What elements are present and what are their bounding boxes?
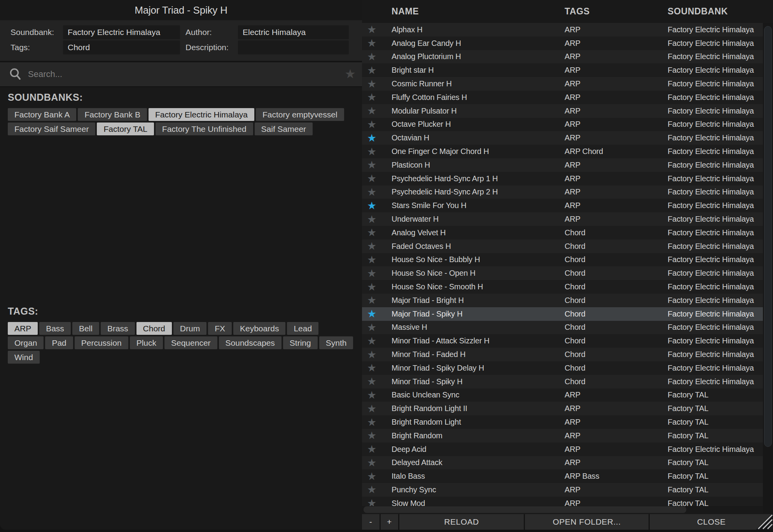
favorite-star-icon[interactable]: ★ bbox=[367, 227, 376, 238]
preset-row[interactable]: ★ Fluffy Cotton Fairies H ARP Factory El… bbox=[362, 91, 763, 104]
vertical-scrollbar-thumb[interactable] bbox=[764, 26, 772, 447]
favorite-star-icon[interactable]: ★ bbox=[367, 322, 376, 333]
preset-row[interactable]: ★ Minor Triad - Attack Sizzler H Chord F… bbox=[362, 334, 763, 348]
preset-row[interactable]: ★ Plasticon H ARP Factory Electric Himal… bbox=[362, 158, 763, 172]
soundbank-filter-button[interactable]: Factory TAL bbox=[97, 122, 154, 135]
tag-filter-button[interactable]: Percussion bbox=[75, 336, 128, 349]
preset-row[interactable]: ★ Minor Triad - Faded H Chord Factory El… bbox=[362, 348, 763, 361]
tag-filter-button[interactable]: Keyboards bbox=[233, 322, 285, 335]
favorite-star-icon[interactable]: ★ bbox=[367, 294, 376, 306]
preset-row[interactable]: ★ Bright Random Light II ARP Factory TAL bbox=[362, 402, 763, 415]
favorite-star-icon[interactable]: ★ bbox=[367, 132, 376, 144]
description-field[interactable] bbox=[238, 40, 349, 54]
preset-row[interactable]: ★ Major Triad - Spiky H Chord Factory El… bbox=[362, 307, 763, 321]
tag-filter-button[interactable]: Synth bbox=[319, 336, 353, 349]
preset-row[interactable]: ★ Massive H Chord Factory Electric Himal… bbox=[362, 321, 763, 334]
tag-filter-button[interactable]: Drum bbox=[173, 322, 206, 335]
favorite-star-icon[interactable]: ★ bbox=[367, 389, 376, 401]
tag-filter-button[interactable]: Lead bbox=[287, 322, 318, 335]
preset-row[interactable]: ★ Analog Velvet H Chord Factory Electric… bbox=[362, 226, 763, 240]
preset-row[interactable]: ★ House So Nice - Bubbly H Chord Factory… bbox=[362, 253, 763, 267]
favorite-star-icon[interactable]: ★ bbox=[367, 254, 376, 266]
tag-filter-button[interactable]: String bbox=[283, 336, 318, 349]
preset-row[interactable]: ★ Alphax H ARP Factory Electric Himalaya bbox=[362, 23, 763, 37]
resize-handle-icon[interactable] bbox=[753, 513, 773, 530]
tag-filter-button[interactable]: Pluck bbox=[130, 336, 163, 349]
soundbank-filter-button[interactable]: Factory Saif Sameer bbox=[8, 122, 95, 135]
preset-row[interactable]: ★ Octave Plucker H ARP Factory Electric … bbox=[362, 118, 763, 131]
tag-filter-button[interactable]: Wind bbox=[8, 351, 40, 364]
favorites-filter-star-icon[interactable]: ★ bbox=[345, 62, 356, 86]
preset-row[interactable]: ★ Bright star H ARP Factory Electric Him… bbox=[362, 63, 763, 77]
tag-filter-button[interactable]: Sequencer bbox=[164, 336, 217, 349]
preset-row[interactable]: ★ Major Triad - Bright H Chord Factory E… bbox=[362, 294, 763, 307]
soundbank-filter-button[interactable]: Factory emptyvessel bbox=[256, 108, 344, 121]
preset-row[interactable]: ★ Deep Acid ARP Factory Electric Himalay… bbox=[362, 443, 763, 456]
tags-field[interactable]: Chord bbox=[63, 40, 180, 54]
preset-row[interactable]: ★ Bright Random Light ARP Factory TAL bbox=[362, 415, 763, 429]
favorite-star-icon[interactable]: ★ bbox=[367, 105, 376, 117]
favorite-star-icon[interactable]: ★ bbox=[367, 443, 376, 455]
preset-row[interactable]: ★ Punchy Sync ARP Factory TAL bbox=[362, 483, 763, 497]
tag-filter-button[interactable]: Chord bbox=[136, 322, 172, 335]
favorite-star-icon[interactable]: ★ bbox=[367, 308, 376, 320]
favorite-star-icon[interactable]: ★ bbox=[367, 416, 376, 428]
preset-row[interactable]: ★ Analog Pluctorium H ARP Factory Electr… bbox=[362, 50, 763, 64]
preset-row[interactable]: ★ Modular Pulsator H ARP Factory Electri… bbox=[362, 104, 763, 118]
preset-row[interactable]: ★ Bright Random ARP Factory TAL bbox=[362, 429, 763, 443]
favorite-star-icon[interactable]: ★ bbox=[367, 214, 376, 225]
horizontal-scrollbar[interactable] bbox=[362, 506, 763, 514]
name-column-header[interactable]: NAME bbox=[392, 6, 565, 17]
preset-row[interactable]: ★ Delayed Attack ARP Factory TAL bbox=[362, 456, 763, 470]
preset-row[interactable]: ★ Stars Smile For You H ARP Factory Elec… bbox=[362, 199, 763, 212]
soundbank-filter-button[interactable]: Factory Bank B bbox=[78, 108, 147, 121]
preset-row[interactable]: ★ Octavian H ARP Factory Electric Himala… bbox=[362, 131, 763, 145]
preset-row[interactable]: ★ Cosmic Runner H ARP Factory Electric H… bbox=[362, 77, 763, 91]
preset-row[interactable]: ★ House So Nice - Smooth H Chord Factory… bbox=[362, 280, 763, 294]
tag-filter-button[interactable]: ARP bbox=[8, 322, 38, 335]
search-bar[interactable]: Search... ★ bbox=[0, 61, 362, 87]
favorite-star-icon[interactable]: ★ bbox=[367, 349, 376, 360]
soundbank-field[interactable]: Factory Electric Himalaya bbox=[63, 25, 180, 39]
preset-row[interactable]: ★ Minor Triad - Spiky H Chord Factory El… bbox=[362, 375, 763, 388]
favorite-star-icon[interactable]: ★ bbox=[367, 51, 376, 63]
favorite-star-icon[interactable]: ★ bbox=[367, 484, 376, 495]
preset-row[interactable]: ★ Faded Octaves H Chord Factory Electric… bbox=[362, 240, 763, 253]
horizontal-scrollbar-thumb[interactable] bbox=[364, 506, 686, 513]
soundbank-filter-button[interactable]: Factory Bank A bbox=[8, 108, 76, 121]
tag-filter-button[interactable]: FX bbox=[208, 322, 232, 335]
tags-column-header[interactable]: TAGS bbox=[565, 6, 668, 17]
preset-row[interactable]: ★ Underwater H ARP Factory Electric Hima… bbox=[362, 212, 763, 226]
reload-button[interactable]: RELOAD bbox=[399, 514, 524, 530]
favorite-star-icon[interactable]: ★ bbox=[367, 159, 376, 171]
tag-filter-button[interactable]: Soundscapes bbox=[219, 336, 282, 349]
open-folder-button[interactable]: OPEN FOLDER... bbox=[525, 514, 649, 530]
vertical-scrollbar[interactable] bbox=[763, 23, 773, 514]
favorite-star-icon[interactable]: ★ bbox=[367, 403, 376, 415]
preset-row[interactable]: ★ Minor Triad - Spiky Delay H Chord Fact… bbox=[362, 361, 763, 375]
favorite-star-icon[interactable]: ★ bbox=[367, 78, 376, 90]
favorite-star-icon[interactable]: ★ bbox=[367, 335, 376, 347]
favorite-star-icon[interactable]: ★ bbox=[367, 119, 376, 130]
favorite-star-icon[interactable]: ★ bbox=[367, 268, 376, 279]
preset-row[interactable]: ★ Analog Ear Candy H ARP Factory Electri… bbox=[362, 37, 763, 50]
favorite-star-icon[interactable]: ★ bbox=[367, 37, 376, 49]
preset-row[interactable]: ★ Basic Unclean Sync ARP Factory TAL bbox=[362, 388, 763, 402]
favorite-star-icon[interactable]: ★ bbox=[367, 146, 376, 158]
tag-filter-button[interactable]: Brass bbox=[101, 322, 135, 335]
search-input[interactable]: Search... bbox=[28, 62, 62, 86]
zoom-decrease-button[interactable]: - bbox=[362, 514, 380, 530]
preset-row[interactable]: ★ Psychedelic Hard-Sync Arp 1 H ARP Fact… bbox=[362, 172, 763, 186]
soundbank-filter-button[interactable]: Factory Electric Himalaya bbox=[149, 108, 254, 121]
favorite-star-icon[interactable]: ★ bbox=[367, 186, 376, 198]
author-field[interactable]: Electric Himalaya bbox=[238, 25, 349, 39]
favorite-star-icon[interactable]: ★ bbox=[367, 362, 376, 374]
favorite-star-icon[interactable]: ★ bbox=[367, 65, 376, 76]
tag-filter-button[interactable]: Bass bbox=[39, 322, 71, 335]
favorite-star-icon[interactable]: ★ bbox=[367, 240, 376, 252]
soundbank-filter-button[interactable]: Saif Sameer bbox=[255, 122, 313, 135]
tag-filter-button[interactable]: Organ bbox=[8, 336, 44, 349]
favorite-star-icon[interactable]: ★ bbox=[367, 24, 376, 35]
favorite-star-icon[interactable]: ★ bbox=[367, 200, 376, 212]
soundbank-column-header[interactable]: SOUNDBANK bbox=[668, 6, 763, 17]
